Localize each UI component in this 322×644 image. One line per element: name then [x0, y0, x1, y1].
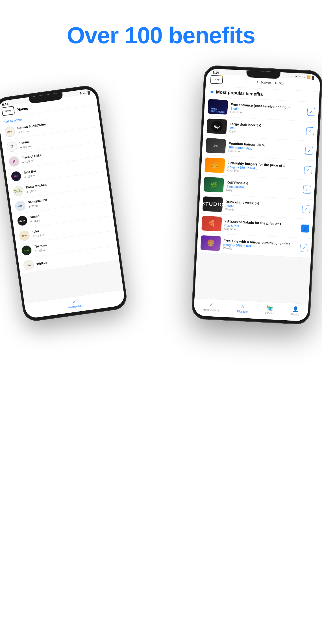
cluby-logo-text-back: Cluby	[5, 110, 11, 112]
location-icon-back: ✈	[79, 92, 82, 95]
benefit-checkbox[interactable]: ✓	[306, 127, 314, 135]
benefit-thumbnail: FREEENTRANCE	[208, 99, 228, 115]
place-distance: ✈ 71 m	[28, 204, 38, 208]
tab-memberships-front[interactable]: ✓ Memberships	[203, 301, 220, 312]
thumb-content: STUDIO	[203, 196, 223, 212]
cluby-logo-back: Cluby	[1, 106, 15, 116]
tab-bar-front: ✓ Memberships ☆ Discover 🏪 Places 👤 Prof…	[193, 298, 308, 321]
place-logo: KIWI	[21, 245, 32, 256]
check-icon: ✓	[310, 110, 313, 114]
check-icon: ✓	[308, 149, 311, 153]
thumb-content: 🌿	[203, 177, 224, 193]
thumb-content: 🍔	[201, 235, 221, 251]
benefit-checkbox[interactable]: ✓	[303, 186, 311, 194]
tab-places-front[interactable]: 🏪 Places	[265, 304, 274, 315]
tab-discover-front[interactable]: ☆ Discover	[237, 303, 249, 314]
cluby-logo-front: Cluby	[210, 75, 223, 84]
section-title: Most popular benefits	[216, 89, 263, 97]
benefit-checkbox[interactable]: ✓	[302, 205, 310, 213]
tab-label: Memberships	[203, 308, 220, 312]
phone-screen-front: 5:14 ✈ ● ● ● ● 📶 ▓ Cluby Discover - Turk…	[193, 68, 320, 321]
thumb-content: 🍔	[204, 157, 225, 173]
check-icon: ✓	[305, 187, 309, 192]
benefit-thumbnail: 🍔	[204, 157, 225, 173]
place-logo: M	[8, 156, 20, 167]
benefit-info: Large draft beer 5 € Into Daily	[229, 121, 304, 137]
phone-screen-back: 5:14 ✈ ▪▪▪ ▓ Cluby Places Sort b	[0, 88, 125, 319]
battery-icon-back: ▓	[87, 90, 90, 94]
benefit-thumbnail: mp	[206, 118, 227, 134]
benefit-checkbox[interactable]: 👤	[301, 224, 309, 232]
thumb-content: 🍕	[201, 216, 222, 232]
benefit-thumbnail: 🍔	[201, 235, 221, 251]
sort-label[interactable]: Sort by name	[3, 118, 22, 123]
benefit-checkbox[interactable]: ✓	[305, 147, 313, 155]
places-tab-label: Places	[16, 106, 28, 112]
benefit-thumbnail: 🌿	[203, 177, 224, 193]
place-distance: ✈ 188 m	[24, 174, 35, 179]
phone-front: 5:14 ✈ ● ● ● ● 📶 ▓ Cluby Discover - Turk…	[191, 65, 322, 325]
check-icon: ✓	[303, 246, 306, 250]
thumb-content: FREEENTRANCE	[208, 99, 228, 115]
place-logo: NOMAD	[4, 126, 16, 138]
page-title: Over 100 benefits	[0, 0, 322, 48]
tab-profile-front[interactable]: 👤 Profile	[291, 306, 300, 316]
place-logo: SAMP	[15, 200, 26, 212]
benefit-checkbox[interactable]: ✓	[304, 166, 312, 174]
battery-icon-front: ▓	[312, 76, 314, 79]
tab-label: Profile	[291, 313, 299, 316]
benefit-info: Koff Rosé 4 € Samppalinna Daily	[226, 179, 301, 195]
star-icon-tab: ☆	[240, 303, 245, 310]
into-mp: mp	[214, 124, 220, 129]
benefit-thumbnail: 🍕	[201, 216, 222, 232]
benefit-info: 2 Pizzas or Salads for the price of 1 Cu…	[224, 218, 299, 234]
tab-memberships-back[interactable]: ✓ Memberships	[67, 298, 83, 309]
benefit-thumbnail: ✂	[206, 138, 226, 154]
wifi-icon-front: 📶	[307, 75, 311, 79]
check-icon: ✓	[304, 207, 308, 211]
place-logo: Teini	[19, 230, 30, 242]
places-list: NOMAD Nomad Food&Wine ✈ 227 m ⫼ Panini ✈…	[0, 112, 119, 274]
star-icon: ★	[210, 89, 214, 95]
status-time-back: 5:14	[2, 102, 8, 106]
phones-container: 5:14 ✈ ▪▪▪ ▓ Cluby Places Sort b	[0, 68, 322, 378]
benefit-info: 2 Naughty burgers for the price of 1 Nau…	[227, 160, 302, 176]
tab-label: Discover	[237, 310, 248, 314]
place-distance: ✈ 253 m	[34, 248, 46, 253]
discover-title: Discover - Turku	[225, 78, 316, 87]
benefit-info: Premium haircut -20 % JFM Barber shop On…	[228, 140, 303, 156]
store-icon: 🏪	[267, 304, 273, 311]
place-distance: ✈ 161 m	[30, 219, 42, 223]
tab-bar-back: ✓ Memberships	[24, 290, 125, 319]
person-icon: 👤	[292, 306, 299, 312]
cluby-logo-text-front: Cluby	[214, 79, 219, 81]
location-icon-front: ✈	[295, 75, 297, 78]
place-logo: STUDIO	[17, 215, 28, 227]
place-logo: Tiiri	[23, 260, 34, 271]
check-circle-icon: ✓	[72, 299, 77, 305]
benefits-list: FREEENTRANCE Free entrance (coat service…	[197, 97, 319, 258]
into-logo: mp	[211, 120, 223, 132]
benefit-info: Free entrance (coat service not incl.) S…	[230, 101, 305, 117]
benefit-checkbox[interactable]: ✓	[307, 108, 315, 116]
phone-back: 5:14 ✈ ▪▪▪ ▓ Cluby Places Sort b	[0, 84, 128, 323]
check-circle-icon: ✓	[209, 302, 214, 308]
benefit-checkbox[interactable]: ✓	[300, 244, 308, 252]
check-icon: ✓	[308, 129, 312, 134]
tab-label: Memberships	[68, 304, 83, 309]
benefit-info: Drink of the week 5 € Studio Weekly	[225, 199, 300, 215]
dots-icon: ● ● ● ●	[298, 75, 306, 78]
check-icon: ✓	[306, 168, 310, 173]
benefit-info: Free side with a burger outside lunchtim…	[223, 238, 298, 254]
wifi-icon-back: ▪▪▪	[83, 91, 87, 95]
thumb-content: ✂	[206, 138, 226, 154]
place-distance: ✈ 227 m	[18, 130, 29, 134]
place-distance: ✈ 0.6 km	[20, 144, 32, 149]
phone-shell-back: 5:14 ✈ ▪▪▪ ▓ Cluby Places Sort b	[0, 84, 128, 323]
place-logo: ROOTSKITCHEN	[12, 185, 24, 197]
place-distance: ✈ 0.6 km	[32, 233, 44, 238]
tab-label: Places	[265, 311, 274, 315]
thumb-content: mp	[206, 118, 227, 134]
phone-shell-front: 5:14 ✈ ● ● ● ● 📶 ▓ Cluby Discover - Turk…	[191, 65, 322, 325]
place-logo: Ric	[10, 171, 22, 182]
